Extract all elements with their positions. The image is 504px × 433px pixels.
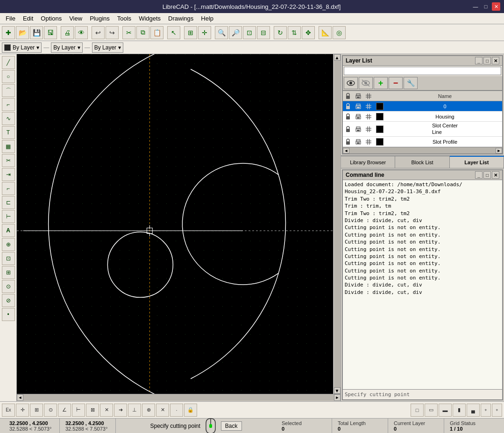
layer-panel-float[interactable]: □: [483, 57, 491, 64]
command-panel-close[interactable]: ✕: [492, 171, 499, 179]
relative-zero-button[interactable]: ➜: [114, 404, 127, 417]
minimize-button[interactable]: —: [471, 2, 480, 11]
axis-button[interactable]: ⊥: [128, 404, 141, 417]
draw-polyline-button[interactable]: ⌐: [2, 98, 15, 111]
layer-hide-all-button[interactable]: [359, 77, 373, 89]
snap-endpoint-button[interactable]: ⊕: [2, 238, 15, 251]
printpreview-button[interactable]: 👁: [75, 26, 88, 39]
close-button[interactable]: ✕: [492, 2, 500, 11]
rotate-button[interactable]: ↻: [274, 26, 287, 39]
measure2-button[interactable]: ⊞: [2, 266, 15, 279]
menu-view[interactable]: View: [65, 14, 86, 23]
draw-spline-button[interactable]: ∿: [2, 112, 15, 125]
layer-row-slotprofile[interactable]: Slot Profile: [343, 137, 502, 147]
menu-plugins[interactable]: Plugins: [86, 14, 114, 23]
snap2-button[interactable]: ◎: [333, 26, 346, 39]
restrict-button[interactable]: ⊠: [86, 404, 99, 417]
dot-button[interactable]: •: [2, 308, 15, 321]
layer-row-0[interactable]: 0: [343, 101, 502, 112]
copy-button[interactable]: ⧉: [136, 26, 149, 39]
layer-settings-button[interactable]: 🔧: [404, 77, 418, 89]
view-bottom-button[interactable]: ▄: [467, 404, 480, 417]
tab-library-browser[interactable]: Library Browser: [341, 156, 395, 168]
menu-options[interactable]: Options: [37, 14, 65, 23]
snap-ex-button[interactable]: Ex: [2, 404, 15, 417]
layer-scroll-left[interactable]: ◄: [343, 148, 349, 154]
menu-tools[interactable]: Tools: [114, 14, 135, 23]
menu-help[interactable]: Help: [197, 14, 217, 23]
snap-ortho-button[interactable]: ⊢: [72, 404, 85, 417]
menu-drawings[interactable]: Drawings: [164, 14, 197, 23]
zoom-in-button[interactable]: 🔍: [215, 26, 228, 39]
tab-block-list[interactable]: Block List: [395, 156, 449, 168]
grid-button[interactable]: ⊞: [184, 26, 197, 39]
view-split-button[interactable]: ▬: [439, 404, 452, 417]
zoom-select-button[interactable]: ⊟: [257, 26, 270, 39]
scroll-left-arrow[interactable]: ◄: [17, 394, 23, 401]
drawing-canvas[interactable]: [17, 54, 333, 394]
draw-text-button[interactable]: T: [2, 126, 15, 139]
maximize-button[interactable]: □: [482, 2, 490, 11]
vertical-scrollbar[interactable]: ▲ ▼: [333, 54, 341, 394]
snap-button[interactable]: ✛: [198, 26, 211, 39]
command-panel-minimize[interactable]: _: [475, 171, 483, 179]
snap-intersection-button[interactable]: ✕: [156, 404, 169, 417]
snap-cross-button[interactable]: ✛: [16, 404, 29, 417]
draw-line-button[interactable]: ╱: [2, 56, 15, 69]
layer-show-all-button[interactable]: [344, 77, 358, 89]
menu-edit[interactable]: Edit: [19, 14, 37, 23]
tab-layer-list[interactable]: Layer List: [450, 156, 504, 168]
saveas-button[interactable]: 🖫: [44, 26, 57, 39]
layer-row-housing[interactable]: Housing: [343, 112, 502, 122]
cut-button[interactable]: ✂: [122, 26, 135, 39]
linewidth-dropdown[interactable]: By Layer ▾: [92, 42, 123, 53]
modify-trim-button[interactable]: ✂: [2, 154, 15, 167]
layer-scroll-right[interactable]: ►: [496, 148, 502, 154]
modify-extend-button[interactable]: ⇥: [2, 168, 15, 181]
view-tab-button[interactable]: +: [481, 404, 491, 417]
lock-button[interactable]: 🔒: [184, 404, 197, 417]
open-button[interactable]: 📂: [16, 26, 29, 39]
snap-angle-button[interactable]: ∠: [58, 404, 71, 417]
modify-offset-button[interactable]: ⊏: [2, 196, 15, 209]
undo-button[interactable]: ↩: [92, 26, 105, 39]
measure-button[interactable]: 📐: [319, 26, 332, 39]
snap-toolbar-button[interactable]: ⊙: [44, 404, 57, 417]
layer-panel-close[interactable]: ✕: [492, 57, 499, 64]
save-button[interactable]: 💾: [30, 26, 43, 39]
scroll-right-arrow[interactable]: ►: [334, 394, 341, 401]
scroll-up-arrow[interactable]: ▲: [334, 54, 341, 61]
command-input[interactable]: [412, 391, 500, 398]
snap-free-button[interactable]: ✕: [100, 404, 113, 417]
snap-center-button[interactable]: ⊕: [142, 404, 155, 417]
layer-h-scroll[interactable]: ◄ ►: [343, 147, 502, 154]
menu-file[interactable]: File: [2, 14, 19, 23]
layer-search-input[interactable]: [344, 67, 501, 75]
snap-grid-button[interactable]: ⊞: [30, 404, 43, 417]
scroll-down-arrow[interactable]: ▼: [334, 387, 341, 394]
draw-arc-button[interactable]: ⌒: [2, 84, 15, 97]
layer-panel-minimize[interactable]: _: [475, 57, 483, 64]
menu-widgets[interactable]: Widgets: [135, 14, 164, 23]
mirror-button[interactable]: ⇅: [288, 26, 301, 39]
draw-circle-button[interactable]: ○: [2, 70, 15, 83]
ucs-button[interactable]: □: [411, 404, 424, 417]
color-dropdown[interactable]: By Layer ▾: [2, 42, 42, 53]
print-button[interactable]: 🖨: [61, 26, 74, 39]
block-button[interactable]: ⊘: [2, 294, 15, 307]
zoom-window-button[interactable]: ⊡: [2, 252, 15, 265]
horizontal-scrollbar[interactable]: ◄ ►: [17, 394, 341, 401]
redo-button[interactable]: ↪: [106, 26, 119, 39]
back-label[interactable]: Back: [221, 421, 242, 431]
zoom-out-button[interactable]: 🔎: [229, 26, 242, 39]
snap-point-button[interactable]: ·: [170, 404, 183, 417]
layer-remove-button[interactable]: −: [389, 77, 403, 89]
dimension-button[interactable]: ⊢: [2, 210, 15, 223]
layer-add-button[interactable]: +: [374, 77, 388, 89]
zoom-all-button[interactable]: ⊡: [243, 26, 256, 39]
drawing-canvas-container[interactable]: [17, 54, 333, 394]
select-button[interactable]: ↖: [167, 26, 180, 39]
draw-hatch-button[interactable]: ▦: [2, 140, 15, 153]
layer-button[interactable]: ⊙: [2, 280, 15, 293]
new-button[interactable]: ✚: [2, 26, 15, 39]
